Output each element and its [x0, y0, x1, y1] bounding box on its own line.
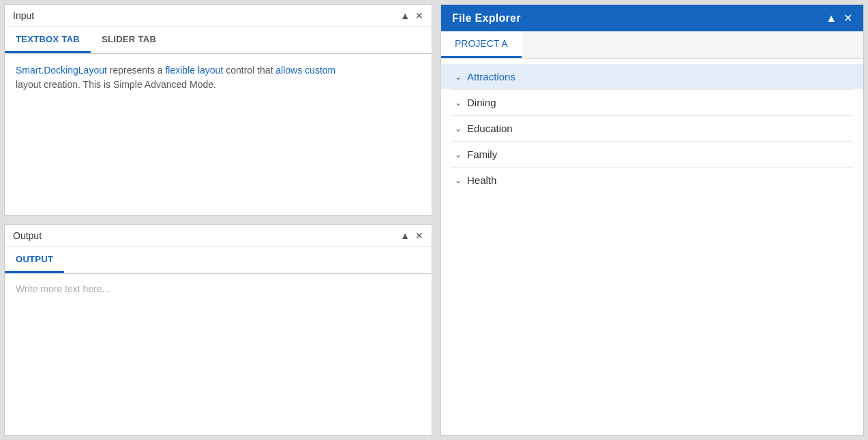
output-placeholder: Write more text here...	[16, 283, 110, 294]
file-explorer-header-icons: ▲ ✕	[826, 12, 852, 25]
input-text-highlight: Smart.DockingLayout	[16, 65, 107, 76]
tree-label-dining: Dining	[467, 97, 496, 108]
tab-output[interactable]: OUTPUT	[5, 247, 64, 273]
tree-item-family[interactable]: ⌄ Family	[441, 142, 863, 167]
input-section: Input ▲ ✕ TEXTBOX TAB SLIDER TAB Smart.D…	[4, 4, 432, 216]
file-explorer-title: File Explorer	[452, 12, 521, 25]
tab-slider[interactable]: SLIDER TAB	[91, 27, 167, 53]
tree-item-attractions[interactable]: ⌄ Attractions	[441, 64, 863, 89]
tree-item-education[interactable]: ⌄ Education	[441, 116, 863, 141]
file-explorer-pin-icon[interactable]: ▲	[826, 12, 837, 25]
input-title: Input	[13, 10, 34, 21]
output-tabs-bar: OUTPUT	[5, 247, 432, 274]
input-text-2: control that	[223, 65, 275, 76]
input-text-1: represents a	[107, 65, 166, 76]
output-body: Write more text here...	[5, 274, 432, 376]
project-tabs-bar: PROJECT A	[441, 31, 863, 59]
output-pin-icon[interactable]: ▲	[400, 230, 410, 241]
output-header: Output ▲ ✕	[5, 225, 432, 247]
tree-label-health: Health	[467, 174, 496, 186]
input-text-flexible: flexible layout	[165, 65, 223, 76]
output-title: Output	[13, 230, 42, 241]
input-pin-icon[interactable]: ▲	[400, 10, 410, 21]
input-close-icon[interactable]: ✕	[415, 10, 423, 21]
chevron-dining-icon: ⌄	[455, 98, 462, 108]
output-section: Output ▲ ✕ OUTPUT Write more text here..…	[4, 224, 432, 436]
tree-item-dining[interactable]: ⌄ Dining	[441, 90, 863, 115]
input-body: Smart.DockingLayout represents a flexibl…	[5, 54, 432, 215]
right-panel: File Explorer ▲ ✕ PROJECT A ⌄ Attraction…	[440, 4, 864, 436]
tab-project-a[interactable]: PROJECT A	[441, 31, 522, 58]
file-explorer-close-icon[interactable]: ✕	[843, 12, 852, 25]
tab-textbox[interactable]: TEXTBOX TAB	[5, 27, 91, 53]
chevron-health-icon: ⌄	[455, 176, 462, 185]
chevron-attractions-icon: ⌄	[455, 72, 462, 82]
output-header-icons: ▲ ✕	[400, 230, 423, 241]
tree-item-health[interactable]: ⌄ Health	[441, 168, 863, 193]
tree-label-education: Education	[467, 123, 513, 134]
input-tabs-bar: TEXTBOX TAB SLIDER TAB	[5, 27, 432, 54]
input-header: Input ▲ ✕	[5, 5, 432, 27]
input-text-allows: allows custom	[275, 65, 335, 76]
input-header-icons: ▲ ✕	[400, 10, 423, 21]
tree-label-attractions: Attractions	[467, 71, 515, 82]
chevron-family-icon: ⌄	[455, 150, 462, 159]
output-close-icon[interactable]: ✕	[415, 230, 423, 241]
tree-label-family: Family	[467, 148, 497, 160]
input-text-3: layout creation. This is Simple Advanced…	[16, 79, 216, 90]
left-panel: Input ▲ ✕ TEXTBOX TAB SLIDER TAB Smart.D…	[0, 0, 436, 440]
file-tree: ⌄ Attractions ⌄ Dining ⌄ Education ⌄ Fam…	[441, 59, 863, 435]
chevron-education-icon: ⌄	[455, 124, 462, 133]
file-explorer-header: File Explorer ▲ ✕	[441, 5, 863, 31]
